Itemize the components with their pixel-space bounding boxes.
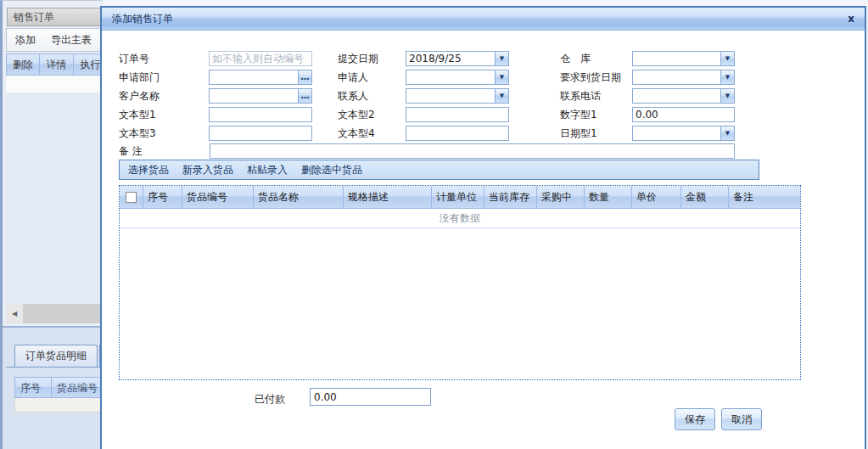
paste-entry-button[interactable]: 粘贴录入	[247, 163, 288, 177]
applicant-input[interactable]	[406, 70, 495, 84]
col-execute[interactable]: 执行	[74, 53, 103, 76]
remark-input[interactable]	[210, 144, 734, 158]
detail-grid-header: 序号 货品编号	[14, 377, 103, 398]
remark-label: 备 注	[119, 143, 143, 159]
submit-date-field[interactable]: ▼	[406, 51, 509, 66]
chevron-down-icon[interactable]: ▼	[495, 70, 508, 84]
customer-field[interactable]: …	[209, 88, 312, 104]
goods-toolbar: 选择货品 新录入货品 粘贴录入 删除选中货品	[119, 160, 759, 180]
text4-input[interactable]	[406, 126, 508, 140]
apply-dept-field[interactable]: …	[209, 70, 312, 85]
chevron-down-icon[interactable]: ▼	[720, 89, 734, 103]
number1-label: 数字型1	[560, 107, 597, 122]
detail-col-seq[interactable]: 序号	[14, 377, 52, 398]
contact-label: 联系人	[338, 88, 368, 104]
col-qty[interactable]: 数量	[585, 186, 632, 209]
warehouse-label: 仓 库	[560, 51, 591, 66]
save-button[interactable]: 保存	[675, 408, 715, 430]
select-goods-button[interactable]: 选择货品	[128, 163, 169, 177]
text1-input[interactable]	[210, 108, 311, 121]
panel-toolbar: 添加 导出主表	[6, 28, 103, 52]
text2-field[interactable]	[406, 107, 509, 122]
submit-date-label: 提交日期	[338, 51, 378, 66]
number1-input[interactable]	[633, 108, 734, 121]
chevron-down-icon[interactable]: ▼	[495, 89, 508, 103]
phone-field[interactable]: ▼	[632, 88, 735, 104]
col-purchasing[interactable]: 采购中	[537, 186, 585, 209]
date1-label: 日期型1	[560, 126, 597, 141]
paid-label: 已付款	[255, 390, 285, 407]
screen: 销售订单 添加 导出主表 删除 详情 执行 ◀ 订单货品明细 序号 货品编号	[0, 0, 868, 449]
chevron-down-icon[interactable]: ▼	[720, 126, 734, 140]
text2-label: 文本型2	[338, 107, 375, 122]
tab-strip-divider	[6, 367, 103, 368]
dialog-body: 订单号 提交日期 ▼ 仓 库 ▼ 申请部门 … 申请人	[102, 31, 865, 449]
panel-grid-body	[6, 93, 103, 304]
select-all-cell[interactable]	[120, 186, 143, 209]
ellipsis-browse-icon[interactable]: …	[298, 70, 311, 84]
warehouse-field[interactable]: ▼	[632, 51, 735, 66]
required-date-field[interactable]: ▼	[632, 70, 735, 85]
cancel-button[interactable]: 取消	[721, 408, 762, 430]
customer-label: 客户名称	[119, 88, 160, 104]
close-icon[interactable]: x	[848, 13, 854, 25]
sales-order-panel: 销售订单 添加 导出主表 删除 详情 执行 ◀ 订单货品明细 序号 货品编号	[0, 0, 103, 449]
order-no-field[interactable]	[209, 51, 312, 66]
chevron-down-icon[interactable]: ▼	[720, 70, 734, 84]
col-stock[interactable]: 当前库存	[484, 186, 537, 209]
col-delete[interactable]: 删除	[6, 53, 40, 76]
text1-field[interactable]	[209, 107, 312, 122]
scrollbar-track[interactable]	[23, 304, 103, 323]
detail-col-goods-no[interactable]: 货品编号	[52, 377, 103, 398]
col-price[interactable]: 单价	[632, 186, 681, 209]
contact-input[interactable]	[406, 89, 495, 103]
phone-label: 联系电话	[560, 88, 601, 104]
add-sales-order-dialog: 添加销售订单 x 订单号 提交日期 ▼ 仓 库 ▼ 申请部门 …	[100, 6, 866, 449]
panel-grid-header: 删除 详情 执行	[6, 53, 103, 76]
select-all-checkbox[interactable]	[126, 192, 137, 203]
order-no-input[interactable]	[210, 52, 311, 65]
col-goods-no[interactable]: 货品编号	[182, 186, 254, 209]
horizontal-scrollbar[interactable]: ◀	[6, 304, 103, 323]
col-amount[interactable]: 金额	[681, 186, 729, 209]
contact-field[interactable]: ▼	[406, 88, 509, 104]
required-date-input[interactable]	[633, 70, 720, 84]
col-seq[interactable]: 序号	[143, 186, 182, 209]
order-no-label: 订单号	[119, 51, 149, 66]
scroll-left-arrow-icon[interactable]: ◀	[6, 304, 23, 323]
new-entry-goods-button[interactable]: 新录入货品	[182, 163, 233, 177]
warehouse-input[interactable]	[633, 52, 720, 65]
text3-input[interactable]	[210, 126, 311, 140]
chevron-down-icon[interactable]: ▼	[495, 52, 508, 65]
col-unit[interactable]: 计量单位	[432, 186, 484, 209]
customer-input[interactable]	[210, 89, 298, 103]
col-detail[interactable]: 详情	[40, 53, 74, 76]
chevron-down-icon[interactable]: ▼	[720, 52, 734, 65]
date1-input[interactable]	[633, 126, 720, 140]
goods-grid: 序号 货品编号 货品名称 规格描述 计量单位 当前库存 采购中 数量 单价 金额…	[119, 185, 801, 380]
tab-order-goods-detail[interactable]: 订单货品明细	[14, 345, 98, 367]
text2-input[interactable]	[406, 108, 508, 121]
applicant-label: 申请人	[338, 70, 368, 85]
col-remark[interactable]: 备注	[729, 186, 800, 209]
ellipsis-browse-icon[interactable]: …	[298, 89, 311, 103]
delete-selected-goods-button[interactable]: 删除选中货品	[301, 163, 362, 177]
panel-grid-empty-row	[6, 76, 103, 93]
detail-panel: 订单货品明细 序号 货品编号	[3, 326, 103, 449]
export-master-button[interactable]: 导出主表	[51, 33, 92, 48]
phone-input[interactable]	[633, 89, 720, 103]
text3-field[interactable]	[209, 126, 312, 141]
number1-field[interactable]	[632, 107, 735, 122]
col-goods-name[interactable]: 货品名称	[254, 186, 344, 209]
paid-input[interactable]	[310, 388, 431, 406]
submit-date-input[interactable]	[406, 52, 495, 65]
dialog-title: 添加销售订单	[112, 12, 173, 26]
date1-field[interactable]: ▼	[632, 126, 735, 141]
applicant-field[interactable]: ▼	[406, 70, 509, 85]
apply-dept-input[interactable]	[210, 70, 298, 84]
add-button[interactable]: 添加	[15, 33, 36, 48]
text4-field[interactable]	[406, 126, 509, 141]
col-spec[interactable]: 规格描述	[344, 186, 432, 209]
remark-field[interactable]	[210, 143, 735, 159]
panel-title: 销售订单	[7, 8, 103, 26]
